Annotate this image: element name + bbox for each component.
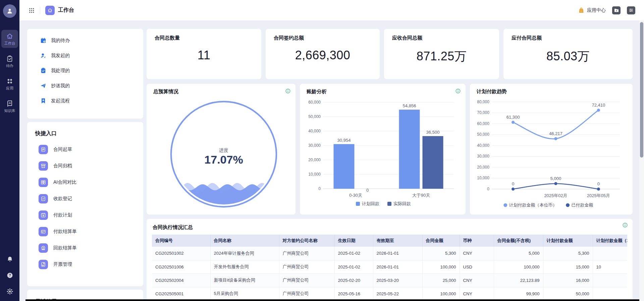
quick-item-2[interactable]: AI合同对比 [35, 174, 135, 190]
aging-bar-chart: 010,00020,00030,00040,00050,00060,0000-3… [300, 84, 466, 215]
budget-gauge-title: 总预算情况 [153, 88, 178, 95]
svg-text:80,000: 80,000 [477, 100, 489, 104]
contract-summary-title: 合同执行情况汇总 [153, 224, 627, 231]
svg-text:20,000: 20,000 [477, 165, 489, 170]
sidebar-item-apps[interactable]: 应用 [1, 75, 18, 93]
clipboard-check-icon [40, 67, 47, 74]
content-area: 我的待办我发起的我处理的抄送我的发起流程 快捷入口 合同起草合同归档AI合同对比… [19, 21, 644, 301]
quick-item-7[interactable]: 开票管理 [35, 256, 135, 273]
svg-text:36,500: 36,500 [426, 130, 440, 135]
table-cell: 2025-03-20 [373, 274, 422, 287]
svg-text:50,000: 50,000 [308, 114, 321, 119]
payment-trend-line-chart: 010,00020,00030,00040,00050,00060,00070,… [470, 84, 633, 215]
bell-icon[interactable] [6, 256, 13, 263]
svg-text:30,000: 30,000 [477, 154, 489, 159]
budget-gauge-card: 总预算情况 进度17.07% [147, 84, 296, 215]
column-header-1: 合同名称 [210, 235, 279, 247]
menu-item-4[interactable]: 发起流程 [27, 93, 143, 108]
stat-cards-row: 合同总数量11合同签约总额2,669,300应收合同总额871.25万应付合同总… [147, 29, 633, 79]
svg-text:17.07%: 17.07% [204, 153, 243, 166]
table-row[interactable]: CG2025050015月采购合同广州商贸公司2025-05-162025-05… [152, 287, 627, 300]
table-cell: 10 [593, 260, 627, 274]
stat-value: 871.25万 [384, 48, 499, 65]
favorites-folder-button[interactable]: ★ [612, 6, 621, 14]
quick-item-6[interactable]: 回款结算单 [35, 240, 135, 256]
quick-item-5[interactable]: 付款结算单 [35, 223, 135, 240]
table-cell: CG202501006 [152, 260, 210, 274]
quick-item-4[interactable]: 付款计划 [35, 207, 135, 223]
quick-item-label: 付款计划 [53, 212, 72, 218]
table-row[interactable]: CG202501006开发外包服务合同广州商贸公司2025-01-022026-… [152, 260, 627, 274]
table-cell: 5,000 [494, 247, 543, 260]
svg-text:计划回款: 计划回款 [362, 201, 379, 206]
workbench-app-badge[interactable] [45, 6, 55, 15]
table-row[interactable]: CG2025010022024年审计服务合同广州商贸公司2025-01-0220… [152, 247, 627, 260]
stat-card-0: 合同总数量11 [147, 29, 261, 79]
divider [40, 7, 40, 14]
svg-text:★: ★ [615, 10, 617, 12]
avatar[interactable] [3, 4, 16, 18]
settings-sliders-button[interactable] [627, 6, 635, 14]
menu-item-0[interactable]: 我的待办 [27, 33, 143, 48]
sidebar-item-workbench[interactable]: 工作台 [1, 30, 18, 48]
svg-text:大于90天: 大于90天 [412, 193, 430, 198]
info-icon[interactable] [622, 222, 628, 228]
refund-icon [39, 243, 48, 253]
menu-item-label: 抄送我的 [51, 83, 70, 89]
left-rail: 工作台待办应用AI知识库 ? [0, 0, 19, 301]
payment-trend-title: 计划付款趋势 [477, 88, 507, 95]
svg-text:2025年02月: 2025年02月 [544, 193, 567, 198]
table-cell: 99,900 [494, 287, 543, 300]
rail-nav: 工作台待办应用AI知识库 [1, 30, 18, 120]
menu-item-3[interactable]: 抄送我的 [27, 78, 143, 93]
my-tasks-panel: 我的待办我发起的我处理的抄送我的发起流程 [27, 29, 143, 119]
app-launcher-grid-icon[interactable] [28, 7, 35, 14]
app-center-link[interactable]: 应用中心 [578, 7, 606, 14]
table-cell: 2025-05-16 [334, 287, 373, 300]
table-row[interactable]: CG202502004新项目it设备采购合同广州商贸公司2025-02-2020… [152, 274, 627, 287]
table-cell [593, 247, 627, 260]
menu-item-2[interactable]: 我处理的 [27, 63, 143, 78]
shopping-bag-icon [578, 7, 585, 14]
table-cell: 2025-01-02 [334, 247, 373, 260]
rail-bottom-icons: ? [6, 256, 13, 295]
menu-item-label: 我发起的 [51, 53, 70, 59]
top-bar: 工作台 应用中心 ★ [19, 0, 644, 21]
menu-item-label: 发起流程 [51, 98, 70, 104]
table-cell: 100,000 [422, 260, 460, 274]
sidebar-item-todo[interactable]: 待办 [1, 52, 18, 70]
column-header-6: 币种 [460, 235, 494, 247]
vertical-scrollbar-track[interactable] [639, 21, 644, 301]
vertical-scrollbar-thumb[interactable] [640, 22, 643, 158]
svg-text:0: 0 [366, 188, 369, 193]
app-center-label: 应用中心 [587, 7, 606, 13]
column-header-3: 生效日期 [334, 235, 373, 247]
table-cell [593, 274, 627, 287]
quick-entry-title: 快捷入口 [35, 130, 135, 137]
calendar-clock-icon [40, 37, 47, 44]
gear-icon[interactable] [6, 288, 13, 295]
help-icon[interactable]: ? [6, 272, 13, 279]
table-cell: 5,300 [543, 247, 593, 260]
quick-item-0[interactable]: 合同起草 [35, 141, 135, 158]
quick-item-3[interactable]: 收款登记 [35, 190, 135, 207]
book-ai-icon: AI [1, 100, 18, 107]
table-cell: 2026-01-01 [373, 247, 422, 260]
quick-item-label: 合同起草 [53, 146, 72, 153]
column-header-0: 合同编号 [152, 235, 210, 247]
archive-icon [39, 161, 48, 171]
column-header-9: 计划付款金额（本位 [593, 235, 627, 247]
menu-item-1[interactable]: 我发起的 [27, 48, 143, 63]
quick-item-label: AI合同对比 [53, 179, 76, 185]
table-cell: 广州商贸公司 [279, 287, 334, 300]
horizontal-scrollbar[interactable] [25, 299, 639, 301]
svg-text:0: 0 [318, 186, 321, 191]
info-icon[interactable] [455, 88, 461, 94]
menu-item-label: 我的待办 [51, 38, 70, 44]
quick-item-label: 合同归档 [53, 163, 72, 169]
info-icon[interactable] [285, 88, 291, 94]
table-cell: 22,123.89 [494, 274, 543, 287]
sidebar-item-knowledge[interactable]: AI知识库 [1, 97, 18, 115]
clipboard-icon [1, 55, 18, 62]
quick-item-1[interactable]: 合同归档 [35, 158, 135, 174]
